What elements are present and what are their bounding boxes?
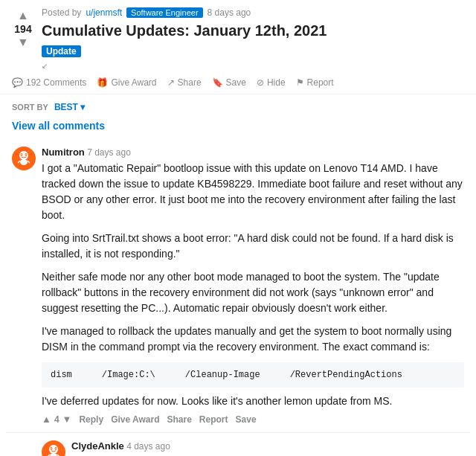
comment-1-para-5: I've deferred updates for now. Looks lik… (42, 394, 464, 409)
comment-1-para-1: I got a "Automatic Repair" bootloop issu… (42, 161, 464, 223)
svg-line-6 (18, 161, 20, 163)
svg-line-7 (28, 161, 30, 163)
comments-action[interactable]: 💬 192 Comments (12, 77, 86, 88)
code-part-4: /RevertPendingActions (290, 368, 402, 382)
view-all-comments: View all comments (0, 120, 476, 139)
code-part-3: /Cleanup-Image (185, 368, 260, 382)
comment-1-award[interactable]: Give Award (111, 414, 159, 425)
post-vote-col: ▲ 194 ▼ (12, 7, 34, 49)
comment-1-save[interactable]: Save (236, 414, 257, 425)
comment-2-avatar (42, 440, 65, 456)
comment-1-para-4: I've managed to rollback the updates man… (42, 324, 464, 355)
comment-2: ClydeAnkle 4 days ago same issue but dis… (36, 433, 470, 456)
report-icon: ⚑ (296, 77, 304, 88)
post-title: Cumulative Updates: January 12th, 2021 (42, 21, 464, 40)
post-meta: Posted by u/jenmsft Software Engineer 8 … (42, 7, 464, 18)
post-content: Posted by u/jenmsft Software Engineer 8 … (42, 7, 464, 73)
sort-value-text: BEST (54, 102, 78, 112)
upvote-button[interactable]: ▲ (16, 9, 30, 22)
downvote-button[interactable]: ▼ (16, 36, 30, 49)
sort-label: SORT BY (12, 103, 48, 112)
post-username[interactable]: u/jenmsft (86, 7, 122, 18)
comments-icon: 💬 (12, 77, 23, 88)
svg-point-5 (20, 159, 28, 165)
comment-1-upvote[interactable]: ▲ (42, 414, 51, 425)
comment-1-vote-count: 4 (54, 414, 60, 425)
comment-1-body: Numitron 7 days ago I got a "Automatic R… (42, 147, 464, 425)
comment-1-code-block: dism /Image:C:\ /Cleanup-Image /RevertPe… (42, 362, 464, 388)
code-part-1: dism (51, 368, 72, 382)
share-icon: ↗ (167, 77, 175, 88)
comment-1-para-3: Neither safe mode nor any other boot mod… (42, 269, 464, 316)
comments-section: Numitron 7 days ago I got a "Automatic R… (0, 139, 476, 456)
code-part-2: /Image:C:\ (102, 368, 155, 382)
post-badge: Update (42, 45, 81, 57)
award-label: Give Award (111, 77, 156, 88)
comment-1-text: I got a "Automatic Repair" bootloop issu… (42, 161, 464, 409)
svg-point-13 (50, 453, 57, 456)
expand-icon[interactable]: ↙ (42, 62, 464, 70)
post-vote-count: 194 (14, 24, 31, 34)
share-action[interactable]: ↗ Share (167, 77, 202, 88)
comments-label: 192 Comments (26, 77, 86, 88)
comment-1-downvote[interactable]: ▼ (62, 414, 72, 425)
share-label: Share (178, 77, 202, 88)
svg-point-4 (25, 154, 27, 155)
comment-1-vote: ▲ 4 ▼ (42, 414, 71, 425)
sort-chevron: ▾ (80, 102, 85, 112)
comment-1-share[interactable]: Share (167, 414, 192, 425)
hide-action[interactable]: ⊘ Hide (257, 77, 286, 88)
sort-value-button[interactable]: BEST ▾ (54, 102, 85, 112)
post-time: 8 days ago (208, 7, 251, 18)
comment-2-username[interactable]: ClydeAnkle (71, 440, 124, 452)
comment-2-meta: ClydeAnkle 4 days ago (71, 440, 464, 452)
view-all-link[interactable]: View all comments (12, 120, 105, 132)
save-label: Save (226, 77, 246, 88)
comment-1-report[interactable]: Report (199, 414, 228, 425)
comment-1-actions: ▲ 4 ▼ Reply Give Award Share Report Save (42, 414, 464, 425)
comment-2-body: ClydeAnkle 4 days ago same issue but dis… (71, 440, 464, 456)
award-action[interactable]: 🎁 Give Award (97, 77, 156, 88)
report-label: Report (307, 77, 334, 88)
award-icon: 🎁 (97, 77, 108, 88)
svg-point-12 (55, 448, 57, 449)
comment-1-time: 7 days ago (87, 147, 131, 158)
save-action[interactable]: 🔖 Save (212, 77, 246, 88)
svg-point-3 (21, 154, 22, 155)
hide-label: Hide (267, 77, 286, 88)
comment-1-meta: Numitron 7 days ago (42, 147, 464, 158)
comment-1-avatar (12, 147, 36, 170)
comment-1-username[interactable]: Numitron (42, 147, 85, 158)
svg-point-11 (51, 448, 52, 449)
post-header: ▲ 194 ▼ Posted by u/jenmsft Software Eng… (0, 0, 476, 73)
report-action[interactable]: ⚑ Report (296, 77, 334, 88)
comment-1-para-2: Going into SrtTrail.txt shows a boot err… (42, 231, 464, 262)
save-icon: 🔖 (212, 77, 223, 88)
post-meta-prefix: Posted by (42, 7, 81, 18)
comment-1: Numitron 7 days ago I got a "Automatic R… (6, 139, 470, 433)
post-flair: Software Engineer (126, 7, 203, 18)
comment-2-time: 4 days ago (126, 441, 170, 452)
hide-icon: ⊘ (257, 77, 264, 88)
action-bar: 💬 192 Comments 🎁 Give Award ↗ Share 🔖 Sa… (0, 73, 476, 94)
sort-bar: SORT BY BEST ▾ (0, 94, 476, 120)
comment-1-reply[interactable]: Reply (79, 414, 103, 425)
